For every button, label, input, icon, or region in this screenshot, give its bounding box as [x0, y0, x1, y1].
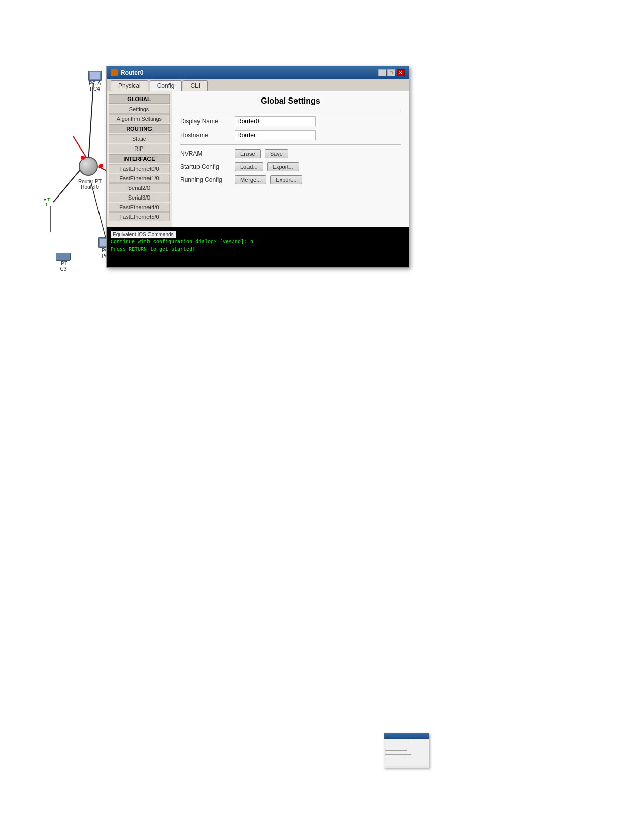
nvram-save-button[interactable]: Save	[265, 149, 288, 158]
nvram-label: NVRAM	[180, 150, 231, 157]
sidebar-item-fastethernet0-0[interactable]: FastEthernet0/0	[109, 164, 170, 173]
running-export-button[interactable]: Export...	[270, 175, 302, 184]
window-titlebar: Router0 — □ ✕	[107, 66, 409, 79]
window-tabs: Physical Config CLI	[107, 79, 409, 91]
hostname-row: Hostname	[180, 130, 401, 140]
preview-body: ──────────── ───────── ────────── ──────…	[384, 739, 429, 766]
network-canvas: PC-APC4 Router-PTRouter0 ▼T1 PCPC -PTC3 …	[0, 0, 644, 834]
sidebar-item-serial2-0[interactable]: Serial2/0	[109, 183, 170, 192]
sidebar-item-static[interactable]: Static	[109, 134, 170, 143]
startup-config-row: Startup Config Load... Export...	[180, 162, 401, 171]
config-sidebar: GLOBAL Settings Algorithm Settings ROUTI…	[107, 91, 172, 227]
svg-line-0	[88, 83, 93, 162]
svg-line-3	[73, 136, 86, 157]
running-merge-button[interactable]: Merge...	[235, 175, 266, 184]
sidebar-section-interface: INTERFACE	[109, 154, 170, 163]
terminal-line1: Continue with configuration dialog? [yes…	[111, 239, 405, 246]
window-title: Router0	[111, 69, 143, 76]
config-main: Global Settings Display Name Hostname NV…	[172, 91, 409, 227]
sidebar-item-fastethernet4-0[interactable]: FastEthernet4/0	[109, 203, 170, 212]
tab-cli[interactable]: CLI	[183, 80, 208, 91]
router-icon	[111, 69, 118, 76]
terminal-label: Equivalent IOS Commands	[111, 231, 176, 238]
c3-label: -PTC3	[59, 261, 67, 272]
preview-titlebar	[384, 733, 429, 739]
device-router0[interactable]: Router-PTRouter0	[78, 157, 102, 190]
config-divider-mid	[180, 144, 401, 145]
tab-physical[interactable]: Physical	[111, 80, 148, 91]
display-name-row: Display Name	[180, 116, 401, 126]
sidebar-item-serial3-0[interactable]: Serial3/0	[109, 193, 170, 202]
sidebar-item-algorithm-settings[interactable]: Algorithm Settings	[109, 114, 170, 123]
pc4-icon	[88, 71, 102, 81]
nvram-row: NVRAM Erase Save	[180, 149, 401, 158]
config-divider-top	[180, 112, 401, 112]
terminal-line2: Press RETURN to get started!	[111, 246, 405, 253]
c3-icon	[56, 253, 71, 261]
sidebar-item-fastethernet5-0[interactable]: FastEthernet5/0	[109, 212, 170, 221]
sidebar-section-routing: ROUTING	[109, 124, 170, 133]
sidebar-section-global: GLOBAL	[109, 94, 170, 104]
hostname-label: Hostname	[180, 132, 231, 139]
display-name-label: Display Name	[180, 118, 231, 125]
startup-load-button[interactable]: Load...	[235, 162, 263, 171]
hostname-input[interactable]	[235, 130, 316, 140]
router0-label: Router-PTRouter0	[78, 179, 102, 190]
nvram-erase-button[interactable]: Erase	[235, 149, 261, 158]
device-pc4[interactable]: PC-APC4	[88, 71, 102, 92]
svg-line-1	[53, 169, 81, 202]
running-config-label: Running Config	[180, 176, 231, 183]
pc4-label: PC-APC4	[89, 81, 101, 92]
router-window: Router0 — □ ✕ Physical Config CLI GLOBAL…	[106, 66, 409, 268]
window-title-text: Router0	[121, 69, 143, 76]
window-controls: — □ ✕	[378, 69, 405, 76]
pt-left-label: ▼T1	[43, 197, 50, 207]
router0-icon	[79, 157, 101, 179]
svg-line-4	[91, 182, 106, 240]
running-config-row: Running Config Merge... Export...	[180, 175, 401, 184]
display-name-input[interactable]	[235, 116, 316, 126]
window-body: GLOBAL Settings Algorithm Settings ROUTI…	[107, 91, 409, 227]
terminal-area: Equivalent IOS Commands Continue with co…	[107, 227, 409, 267]
sidebar-item-rip[interactable]: RIP	[109, 144, 170, 153]
device-c3[interactable]: -PTC3	[56, 253, 71, 272]
sidebar-item-settings[interactable]: Settings	[109, 105, 170, 114]
device-pt-left[interactable]: ▼T1	[43, 197, 50, 207]
close-button[interactable]: ✕	[397, 69, 405, 76]
config-title: Global Settings	[180, 96, 401, 106]
maximize-button[interactable]: □	[387, 69, 395, 76]
tab-config[interactable]: Config	[150, 80, 182, 91]
startup-export-button[interactable]: Export...	[267, 162, 299, 171]
startup-config-label: Startup Config	[180, 163, 231, 170]
sidebar-item-fastethernet1-0[interactable]: FastEthernet1/0	[109, 174, 170, 183]
preview-window: ──────────── ───────── ────────── ──────…	[384, 733, 429, 768]
minimize-button[interactable]: —	[378, 69, 386, 76]
